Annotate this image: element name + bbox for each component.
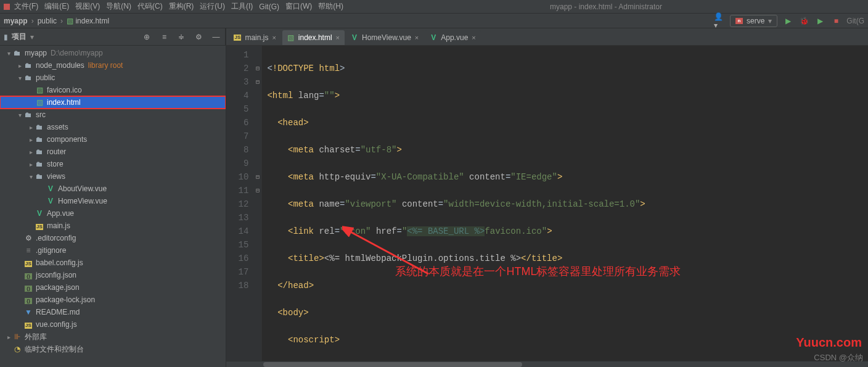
tree-item-app-vue[interactable]: VApp.vue xyxy=(0,207,226,220)
tree-item-public[interactable]: ▾🖿public xyxy=(0,72,226,84)
tree-item-readme-md[interactable]: ▼README.md xyxy=(0,306,226,318)
file-icon: ⚙ xyxy=(23,234,33,242)
breadcrumb-root[interactable]: myapp xyxy=(4,17,28,25)
collapse-icon[interactable]: ≑ xyxy=(176,31,187,43)
chevron-down-icon[interactable]: ▾ xyxy=(30,33,34,41)
coverage-button[interactable]: ▶ xyxy=(814,15,825,27)
tree-item--[interactable]: ▸⊪外部库 xyxy=(0,331,226,343)
tree-item-myapp[interactable]: ▾🖿myappD:\demo\myapp xyxy=(0,47,226,59)
tree-item-components[interactable]: ▸🖿components xyxy=(0,133,226,146)
tree-item-package-json[interactable]: {}package.json xyxy=(0,281,226,294)
horizontal-scrollbar[interactable] xyxy=(226,361,868,367)
tree-item--editorconfig[interactable]: ⚙.editorconfig xyxy=(0,232,226,244)
menu-refactor[interactable]: 重构(R) xyxy=(167,1,196,12)
chevron-icon[interactable]: ▾ xyxy=(16,75,23,81)
file-icon: {} xyxy=(23,295,33,304)
tree-item-assets[interactable]: ▸🖿assets xyxy=(0,121,226,133)
menu-file[interactable]: 文件(F) xyxy=(12,1,40,12)
menu-help[interactable]: 帮助(H) xyxy=(316,1,345,12)
tree-item-index-html[interactable]: ▧index.html xyxy=(0,96,226,109)
tab-app-vue[interactable]: VApp.vue× xyxy=(425,30,480,45)
breadcrumb-folder[interactable]: public xyxy=(38,17,57,25)
tree-item-node_modules[interactable]: ▸🖿node_modules library root xyxy=(0,59,226,72)
user-icon[interactable]: 👤▾ xyxy=(714,15,725,27)
menubar: 文件(F) 编辑(E) 视图(V) 导航(N) 代码(C) 重构(R) 运行(U… xyxy=(0,0,868,14)
tree-item-jsconfig-json[interactable]: {}jsconfig.json xyxy=(0,269,226,281)
run-button[interactable]: ▶ xyxy=(782,15,793,27)
tree-item-views[interactable]: ▾🖿views xyxy=(0,170,226,183)
tree-label: babel.config.js xyxy=(36,258,83,267)
tree-item--gitignore[interactable]: ≡.gitignore xyxy=(0,244,226,257)
hide-icon[interactable]: — xyxy=(210,31,221,43)
tree-item-router[interactable]: ▸🖿router xyxy=(0,146,226,158)
expand-icon[interactable]: ≡ xyxy=(158,31,170,43)
tree-item--[interactable]: ◔临时文件和控制台 xyxy=(0,343,226,355)
tree-item-favicon-ico[interactable]: ▧favicon.ico xyxy=(0,84,226,96)
close-icon[interactable]: × xyxy=(336,34,340,41)
menu-git[interactable]: Git(G) xyxy=(257,2,281,11)
tree-item-homeview-vue[interactable]: VHomeView.vue xyxy=(0,195,226,207)
menu-window[interactable]: 窗口(W) xyxy=(284,1,314,12)
file-icon: JS xyxy=(23,320,33,329)
close-icon[interactable]: × xyxy=(272,34,276,41)
file-icon: ▧ xyxy=(287,34,295,41)
file-icon: {} xyxy=(23,271,33,279)
file-icon: {} xyxy=(23,283,33,292)
tree-item-store[interactable]: ▸🖿store xyxy=(0,158,226,170)
menu-view[interactable]: 视图(V) xyxy=(73,1,102,12)
tree-item-vue-config-js[interactable]: JSvue.config.js xyxy=(0,318,226,331)
menu-code[interactable]: 代码(C) xyxy=(136,1,165,12)
chevron-icon[interactable]: ▸ xyxy=(27,161,35,168)
gear-icon[interactable]: ⚙ xyxy=(193,31,204,43)
tree-item-package-lock-json[interactable]: {}package-lock.json xyxy=(0,294,226,306)
project-panel-title: 项目 xyxy=(12,31,27,42)
close-icon[interactable]: × xyxy=(415,34,419,41)
tab-homeview-vue[interactable]: VHomeView.vue× xyxy=(346,30,424,45)
file-icon: ▼ xyxy=(23,308,33,316)
file-icon: ◔ xyxy=(12,345,22,353)
chevron-icon[interactable]: ▾ xyxy=(16,112,23,118)
chevron-icon[interactable]: ▸ xyxy=(27,136,35,143)
tree-item-src[interactable]: ▾🖿src xyxy=(0,109,226,121)
tree-item-main-js[interactable]: JSmain.js xyxy=(0,220,226,232)
menu-edit[interactable]: 编辑(E) xyxy=(43,1,71,12)
tree-label: router xyxy=(47,147,66,156)
tree-label: src xyxy=(36,110,46,119)
chevron-icon[interactable]: ▾ xyxy=(27,173,35,180)
tree-label: index.html xyxy=(47,98,81,107)
code-editor[interactable]: <!DOCTYPE html> <html lang=""> <head> <m… xyxy=(262,46,868,361)
tree-label: HomeView.vue xyxy=(58,197,107,205)
run-config-selector[interactable]: n serve ▾ xyxy=(730,15,777,27)
tree-label: package.json xyxy=(36,283,80,292)
window-title: myapp - index.html - Administrator xyxy=(348,2,864,11)
menu-tools[interactable]: 工具(I) xyxy=(229,1,255,12)
chevron-icon[interactable]: ▸ xyxy=(27,149,35,155)
tree-item-aboutview-vue[interactable]: VAboutView.vue xyxy=(0,183,226,195)
html-icon: ▧ xyxy=(67,17,73,25)
file-icon: 🖿 xyxy=(35,172,44,181)
git-toolbar-label[interactable]: Git(G xyxy=(846,17,864,25)
tree-item-babel-config-js[interactable]: JSbabel.config.js xyxy=(0,257,226,269)
fold-gutter[interactable]: ⊟⊟⊟⊟ xyxy=(253,46,262,361)
file-icon: 🖿 xyxy=(35,160,44,168)
tree-label: myapp xyxy=(25,49,47,57)
tree-label: package-lock.json xyxy=(36,295,95,304)
menu-run[interactable]: 运行(U) xyxy=(198,1,227,12)
menu-navigate[interactable]: 导航(N) xyxy=(104,1,133,12)
tab-index-html[interactable]: ▧index.html× xyxy=(282,30,345,45)
breadcrumb-file[interactable]: ▧ index.html xyxy=(67,17,109,25)
chevron-icon[interactable]: ▸ xyxy=(27,124,35,131)
stop-button[interactable]: ■ xyxy=(830,15,841,27)
tree-label: README.md xyxy=(36,308,80,316)
locate-icon[interactable]: ⊕ xyxy=(141,31,152,43)
tab-main-js[interactable]: JSmain.js× xyxy=(229,30,280,45)
chevron-icon[interactable]: ▾ xyxy=(5,50,12,57)
file-icon: 🖿 xyxy=(35,135,44,144)
close-icon[interactable]: × xyxy=(472,34,475,41)
chevron-icon[interactable]: ▸ xyxy=(5,334,12,340)
tree-label: node_modules xyxy=(36,61,84,70)
debug-button[interactable]: 🐞 xyxy=(798,15,809,27)
tree-label: vue.config.js xyxy=(36,320,77,329)
chevron-icon[interactable]: ▸ xyxy=(16,62,23,69)
project-tree[interactable]: ▾🖿myappD:\demo\myapp▸🖿node_modules libra… xyxy=(0,46,226,367)
